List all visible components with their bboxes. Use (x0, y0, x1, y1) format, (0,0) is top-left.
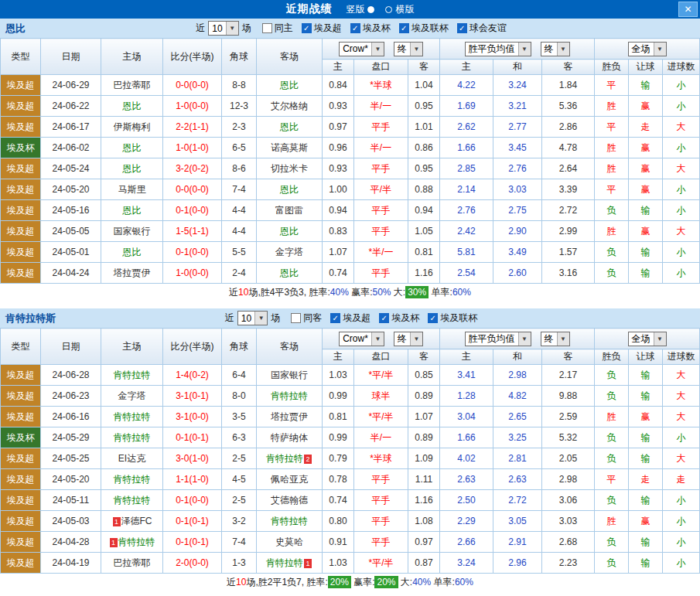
corner-stat: 6-5 (222, 138, 257, 158)
euro-odds-select[interactable]: 胜平负均值▼ (465, 332, 531, 346)
euro-home-odds: 2.14 (440, 179, 493, 200)
match-date: 24-05-03 (41, 511, 101, 532)
scope-group: 全场▼ (595, 39, 700, 60)
asia-home-odds: 0.99 (323, 386, 354, 407)
league-type-badge: 埃及超 (1, 221, 41, 242)
euro-draw-odds: 2.96 (493, 553, 542, 574)
col-header-corners: 角球 (222, 39, 257, 75)
league-type-badge: 埃及超 (1, 242, 41, 263)
euro-away-odds: 2.64 (542, 158, 595, 179)
match-score: 1-5(1-1) (163, 221, 222, 242)
euro-away-odds: 5.36 (542, 96, 595, 117)
odds-company-select[interactable]: Crow*▼ (339, 42, 384, 56)
asia-handicap: 平手 (354, 221, 408, 242)
filter-checkbox[interactable]: ✓ (428, 313, 438, 323)
filter-checkbox[interactable] (262, 23, 272, 33)
team-title: 肯特拉特斯 (5, 312, 56, 325)
euro-away-odds: 3.39 (542, 179, 595, 200)
filter-checkbox[interactable]: ✓ (302, 23, 312, 33)
home-team: 塔拉贾伊 (101, 263, 163, 284)
result-wdl: 胜 (595, 96, 629, 117)
result-handicap: 赢 (629, 96, 663, 117)
euro-stage-select[interactable]: 终▼ (541, 332, 570, 346)
euro-away-odds: 3.06 (542, 490, 595, 511)
result-goals: 大 (663, 158, 700, 179)
scope-select[interactable]: 全场▼ (628, 42, 667, 56)
result-goals: 小 (663, 490, 700, 511)
odds-company-select[interactable]: Crow*▼ (339, 332, 384, 346)
filter-checkbox[interactable]: ✓ (330, 313, 340, 323)
select-value: Crow* (343, 43, 368, 54)
euro-home-odds: 4.02 (440, 448, 493, 469)
result-handicap: 输 (629, 448, 663, 469)
subcol-asia-home: 主 (323, 60, 354, 75)
result-wdl: 平 (595, 75, 629, 96)
summary-segment: 40% (412, 577, 431, 587)
asia-handicap: 平手 (354, 117, 408, 138)
team-name-text: 巴拉蒂耶 (114, 80, 151, 90)
result-goals: 小 (663, 179, 700, 200)
euro-away-odds: 2.98 (542, 469, 595, 490)
euro-home-odds: 3.04 (440, 407, 493, 427)
match-date: 24-05-29 (41, 427, 101, 448)
euro-away-odds: 3.03 (542, 511, 595, 532)
corner-stat: 4-4 (222, 221, 257, 242)
rounds-select[interactable]: 10▼ (208, 21, 238, 36)
match-row: 埃及杯24-05-29肯特拉特0-1(0-1)6-3特萨纳体0.99半/一0.8… (1, 427, 700, 448)
corner-stat: 6-4 (222, 365, 257, 386)
col-header-score: 比分(半场) (163, 39, 222, 75)
team-name-text: 肯特拉特 (266, 453, 303, 464)
corner-stat: 3-2 (222, 511, 257, 532)
filter-checkbox[interactable]: ✓ (399, 23, 409, 33)
match-row: 埃及超24-05-01恩比0-1(0-0)5-5金字塔1.07*半/一0.815… (1, 242, 700, 263)
asia-away-odds: 1.05 (408, 221, 440, 242)
match-row: 埃及超24-05-20肯特拉特1-1(1-0)4-5佩哈亚克0.78平手1.11… (1, 469, 700, 490)
result-goals: 小 (663, 75, 700, 96)
asia-stage-select[interactable]: 终▼ (394, 332, 423, 346)
scope-select[interactable]: 全场▼ (628, 332, 667, 346)
corner-stat: 7-4 (222, 532, 257, 553)
asia-home-odds: 0.91 (323, 532, 354, 553)
filter-checkbox[interactable]: ✓ (379, 313, 389, 323)
summary-segment: 大: (398, 577, 413, 587)
subcol-asia-home: 主 (323, 349, 354, 365)
euro-stage-select[interactable]: 终▼ (541, 42, 570, 56)
euro-odds-select[interactable]: 胜平负均值▼ (465, 42, 531, 56)
asia-stage-select[interactable]: 终▼ (394, 42, 423, 56)
summary-segment: 20% (374, 576, 398, 588)
euro-draw-odds: 2.76 (493, 158, 542, 179)
filter-checkbox[interactable]: ✓ (457, 23, 467, 33)
col-header-home: 主场 (101, 39, 163, 75)
asia-handicap: 半/一 (354, 427, 408, 448)
filter-checkbox[interactable] (291, 313, 301, 323)
result-goals: 小 (663, 200, 700, 221)
close-icon[interactable]: ✕ (678, 2, 698, 17)
team-name-text: 肯特拉特 (114, 432, 151, 443)
chevron-down-icon: ▼ (254, 312, 267, 325)
euro-away-odds: 5.32 (542, 427, 595, 448)
asia-home-odds: 0.84 (323, 75, 354, 96)
match-date: 24-05-25 (41, 448, 101, 469)
match-row: 埃及超24-04-281肯特拉特0-1(0-1)7-4史莫哈0.91平手0.97… (1, 532, 700, 553)
rounds-select[interactable]: 10▼ (237, 311, 268, 325)
away-team: 金字塔 (257, 242, 323, 263)
vertical-layout-radio[interactable] (367, 6, 374, 13)
horizontal-layout-radio[interactable] (385, 6, 392, 13)
match-row: 埃及超24-06-29巴拉蒂耶0-0(0-0)8-8恩比0.84*半球1.044… (1, 75, 700, 96)
subcol-goals-result: 进球数 (663, 349, 700, 365)
away-team: 肯特拉特 (257, 511, 323, 532)
filter-checkbox[interactable]: ✓ (350, 23, 360, 33)
subcol-asia-handicap: 盘口 (354, 349, 408, 365)
subcol-euro-home: 主 (440, 60, 493, 75)
team-name-text: 恩比 (280, 121, 299, 132)
match-date: 24-05-20 (41, 469, 101, 490)
match-score: 0-0(0-0) (163, 179, 222, 200)
subcol-result: 胜负 (595, 349, 629, 365)
result-goals: 小 (663, 242, 700, 263)
asia-handicap: *平/半 (354, 553, 408, 574)
select-value: Crow* (343, 333, 368, 344)
result-handicap: 输 (629, 365, 663, 386)
result-wdl: 负 (595, 386, 629, 407)
chevron-down-icon: ▼ (371, 332, 384, 346)
match-row: 埃及超24-05-11肯特拉特0-1(0-0)2-5艾德翰德0.74平手1.16… (1, 490, 700, 511)
